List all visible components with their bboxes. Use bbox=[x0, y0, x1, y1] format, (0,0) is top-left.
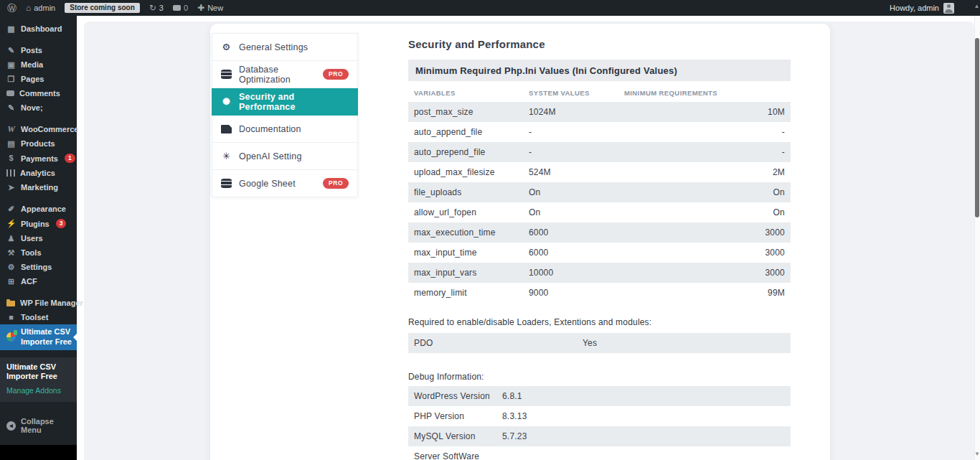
debug-name-cell: PHP Version bbox=[414, 411, 502, 421]
minimum-requirement-cell: 3000 bbox=[765, 248, 786, 258]
sidebar-item-acf[interactable]: ⊞ACF bbox=[0, 274, 77, 288]
sidebar-footer-strip bbox=[0, 445, 77, 460]
tab-google-sheet[interactable]: Google SheetPRO bbox=[212, 170, 358, 197]
woocommerce-icon: W bbox=[6, 125, 16, 133]
sidebar-item-appearance[interactable]: ✐Appearance bbox=[0, 202, 77, 216]
admin-menu: ▦Dashboard✎Posts▣Media❐PagesComments✎Nov… bbox=[0, 16, 77, 350]
debug-value-cell: 6.8.1 bbox=[502, 391, 785, 401]
minimum-requirement-cell: 2M bbox=[773, 167, 785, 177]
minimum-requirement-cell: 3000 bbox=[765, 227, 786, 238]
system-value-cell: On bbox=[529, 187, 773, 197]
settings-icon: ⚙ bbox=[6, 263, 16, 271]
new-menu[interactable]: ✚ New bbox=[197, 4, 223, 12]
marketing-icon: ➤ bbox=[6, 184, 16, 192]
sidebar-item-label: Payments bbox=[21, 154, 58, 163]
site-menu[interactable]: ⌂ admin bbox=[26, 4, 55, 12]
tab-label: General Settings bbox=[239, 42, 308, 52]
sidebar-item-wp-file-manager[interactable]: WP File Manager bbox=[0, 296, 77, 310]
sidebar-item-media[interactable]: ▣Media bbox=[0, 57, 77, 72]
sidebar-item-posts[interactable]: ✎Posts bbox=[0, 43, 77, 57]
sidebar-item-products[interactable]: ▤Products bbox=[0, 136, 77, 151]
sidebar-item-pages[interactable]: ❐Pages bbox=[0, 72, 77, 86]
minimum-requirement-cell: On bbox=[773, 187, 785, 197]
wordpress-logo-icon[interactable]: Ⓦ bbox=[7, 4, 17, 13]
sidebar-item-label: Dashboard bbox=[21, 24, 62, 33]
pro-badge: PRO bbox=[323, 178, 349, 189]
table-row: MySQL Version5.7.23 bbox=[408, 426, 791, 446]
variable-cell: max_input_time bbox=[414, 248, 529, 258]
tab-general-settings[interactable]: ⚙General Settings bbox=[212, 33, 358, 61]
sidebar-item-analytics[interactable]: Analytics bbox=[0, 166, 77, 180]
submenu-item-manage-addons[interactable]: Manage Addons bbox=[6, 386, 70, 395]
minimum-requirement-cell: On bbox=[773, 207, 785, 217]
submenu-item-ultimate-csv-importer-free[interactable]: Ultimate CSV Importer Free bbox=[6, 362, 70, 382]
column-system-values: SYSTEM VALUES bbox=[529, 89, 624, 97]
sidebar-item-label: WooCommerce bbox=[21, 125, 78, 133]
scrollbar-up-arrow[interactable]: ▲ bbox=[974, 3, 980, 9]
tab-documentation[interactable]: Documentation bbox=[212, 116, 358, 143]
products-icon: ▤ bbox=[6, 140, 16, 148]
debug-table: WordPress Version6.8.1PHP Version8.3.13M… bbox=[408, 386, 791, 460]
table-row: PDOYes bbox=[408, 333, 791, 353]
variable-cell: auto_append_file bbox=[414, 127, 529, 137]
debug-value-cell: 8.3.13 bbox=[502, 411, 785, 421]
collapse-icon: ◂ bbox=[6, 421, 16, 431]
sidebar-item-users[interactable]: ♟Users bbox=[0, 231, 77, 245]
tab-label: Google Sheet bbox=[239, 179, 296, 189]
tab-security-and-performance[interactable]: ✺Security and Performance bbox=[212, 88, 358, 116]
sidebar-item-dashboard[interactable]: ▦Dashboard bbox=[0, 22, 77, 36]
sidebar-item-nove[interactable]: ✎Nove; bbox=[0, 100, 77, 115]
sidebar-item-label: Analytics bbox=[20, 169, 55, 177]
variable-cell: max_input_vars bbox=[414, 268, 529, 278]
acf-icon: ⊞ bbox=[6, 278, 16, 286]
menu-group: WWooCommerce▤Products$Payments1Analytics… bbox=[0, 122, 77, 194]
openai-icon: ✳ bbox=[221, 151, 232, 161]
comments-menu[interactable]: 0 bbox=[173, 4, 188, 12]
column-variables: VARIABLES bbox=[414, 89, 529, 97]
table-row: WordPress Version6.8.1 bbox=[408, 386, 791, 406]
sidebar-item-comments[interactable]: Comments bbox=[0, 86, 77, 100]
system-value-cell: On bbox=[529, 207, 773, 217]
scrollbar-down-arrow[interactable]: ▼ bbox=[974, 451, 980, 457]
sidebar-item-label: Users bbox=[21, 234, 43, 243]
sidebar-item-woocommerce[interactable]: WWooCommerce bbox=[0, 122, 77, 136]
comments-icon bbox=[6, 90, 14, 96]
sidebar-item-ultimate-csv-importer-free[interactable]: Ultimate CSV Importer Free bbox=[0, 324, 77, 350]
sheet-icon bbox=[221, 179, 232, 188]
sidebar-item-label: Settings bbox=[21, 263, 52, 271]
updates-menu[interactable]: ↻ 3 bbox=[149, 4, 164, 12]
analytics-icon bbox=[6, 169, 15, 177]
system-value-cell: 9000 bbox=[529, 288, 768, 298]
variable-cell: file_uploads bbox=[414, 187, 529, 197]
count-badge: 3 bbox=[56, 219, 67, 228]
document-icon bbox=[221, 125, 232, 133]
sidebar-item-label: Nove; bbox=[21, 103, 43, 112]
sidebar-item-payments[interactable]: $Payments1 bbox=[0, 151, 77, 166]
gear-icon: ⚙ bbox=[221, 42, 232, 52]
loader-name-cell: PDO bbox=[414, 338, 583, 348]
debug-name-cell: Server SoftWare bbox=[414, 451, 502, 460]
tab-openai-setting[interactable]: ✳OpenAI Setting bbox=[212, 143, 358, 170]
scrollbar-thumb[interactable] bbox=[975, 38, 979, 217]
table-row: allow_url_fopenOnOn bbox=[408, 202, 791, 222]
sidebar-item-label: WP File Manager bbox=[20, 299, 83, 307]
sidebar-item-label: Marketing bbox=[21, 183, 58, 192]
menu-group: ▦Dashboard bbox=[0, 22, 77, 36]
tab-database-optimization[interactable]: Database OptimizationPRO bbox=[212, 61, 358, 88]
menu-group: ✎Posts▣Media❐PagesComments✎Nove; bbox=[0, 43, 77, 115]
update-icon: ↻ bbox=[149, 4, 156, 12]
minimum-requirement-cell: - bbox=[782, 147, 785, 157]
debug-label: Debug Information: bbox=[408, 372, 791, 382]
sidebar-item-settings[interactable]: ⚙Settings bbox=[0, 260, 77, 274]
home-icon: ⌂ bbox=[26, 4, 31, 12]
account-menu[interactable]: Howdy, admin bbox=[890, 3, 954, 14]
sidebar-item-label: Tools bbox=[21, 248, 42, 257]
table-row: max_input_vars100003000 bbox=[408, 263, 791, 283]
sidebar-item-toolset[interactable]: ■Toolset bbox=[0, 310, 77, 324]
table-row: memory_limit900099M bbox=[408, 283, 791, 303]
sidebar-item-plugins[interactable]: ⚡Plugins3 bbox=[0, 216, 77, 231]
collapse-menu-button[interactable]: ◂ Collapse Menu bbox=[0, 413, 77, 438]
posts-icon: ✎ bbox=[6, 47, 16, 55]
sidebar-item-marketing[interactable]: ➤Marketing bbox=[0, 180, 77, 194]
sidebar-item-tools[interactable]: ⚒Tools bbox=[0, 245, 77, 260]
